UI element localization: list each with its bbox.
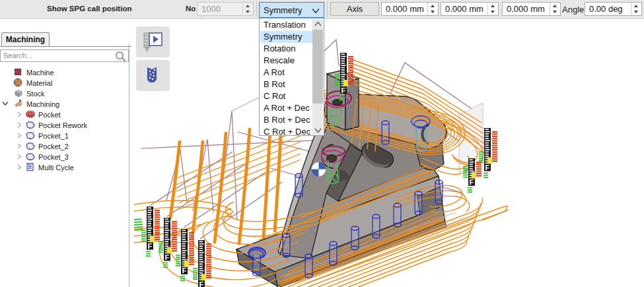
svg-text:F: F bbox=[148, 242, 153, 250]
svg-text:F: F bbox=[182, 267, 187, 274]
svg-text:F: F bbox=[165, 253, 170, 261]
svg-text:F: F bbox=[341, 86, 346, 94]
svg-text:F: F bbox=[470, 178, 474, 186]
svg-text:F: F bbox=[199, 280, 204, 287]
svg-text:F: F bbox=[485, 164, 490, 172]
